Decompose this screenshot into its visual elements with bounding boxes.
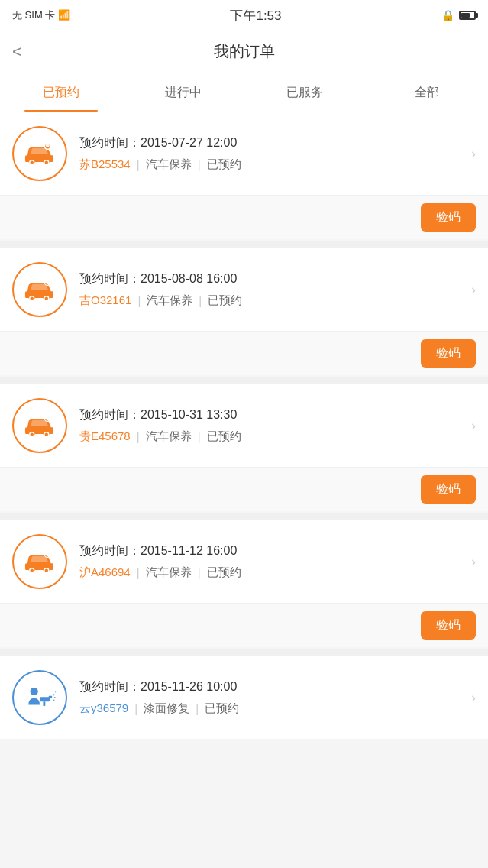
verify-button-2[interactable]: 验码 [421, 339, 476, 368]
order-info-5: 预约时间：2015-11-26 10:00 云y36579 | 漆面修复 | 已… [79, 679, 476, 716]
order-status-5: 已预约 [205, 701, 239, 716]
page-title: 我的订单 [214, 41, 275, 62]
order-time-1: 预约时间：2015-07-27 12:00 [79, 135, 476, 151]
svg-line-25 [50, 556, 53, 559]
order-status-4: 已预约 [207, 565, 241, 580]
order-time-3: 预约时间：2015-10-31 13:30 [79, 407, 476, 423]
order-icon-3 [12, 398, 67, 453]
battery-icon [459, 11, 476, 20]
tab-inprogress[interactable]: 进行中 [122, 73, 244, 112]
svg-point-3 [45, 161, 48, 164]
tab-booked[interactable]: 已预约 [0, 73, 122, 112]
order-plate-3: 贵E45678 [79, 429, 131, 444]
order-block-3: 预约时间：2015-10-31 13:30 贵E45678 | 汽车保养 | 已… [0, 384, 488, 511]
svg-point-26 [31, 688, 38, 695]
order-service-4: 汽车保养 [146, 565, 192, 580]
back-button[interactable]: < [12, 42, 22, 62]
divider-4 [0, 649, 488, 656]
svg-point-32 [53, 700, 54, 701]
order-icon-5 [12, 670, 67, 725]
verify-row-1: 验码 [0, 195, 488, 239]
order-service-3: 汽车保养 [146, 429, 192, 444]
order-service-1: 汽车保养 [146, 157, 192, 172]
svg-point-11 [45, 297, 48, 300]
order-item-2[interactable]: 预约时间：2015-08-08 16:00 吉O32161 | 汽车保养 | 已… [0, 248, 488, 331]
order-status-2: 已预约 [208, 293, 242, 308]
svg-line-19 [50, 420, 53, 423]
lock-icon: 🔒 [441, 9, 454, 21]
order-time-4: 预约时间：2015-11-12 16:00 [79, 543, 476, 559]
order-icon-2 [12, 262, 67, 317]
nav-bar: < 我的订单 [0, 31, 488, 73]
order-meta-5: 云y36579 | 漆面修复 | 已预约 [79, 701, 476, 716]
verify-button-1[interactable]: 验码 [421, 203, 476, 232]
order-icon-4 [12, 534, 67, 589]
chevron-icon-3: › [471, 418, 476, 434]
svg-point-33 [55, 691, 56, 692]
svg-line-13 [50, 284, 53, 287]
svg-line-6 [50, 148, 53, 151]
order-plate-5: 云y36579 [79, 701, 128, 716]
order-meta-3: 贵E45678 | 汽车保养 | 已预约 [79, 429, 476, 444]
chevron-icon-2: › [471, 282, 476, 298]
divider-3 [0, 513, 488, 520]
tab-bar: 已预约 进行中 已服务 全部 [0, 73, 488, 112]
order-list: 预约时间：2015-07-27 12:00 苏B25534 | 汽车保养 | 已… [0, 112, 488, 739]
svg-point-30 [53, 694, 54, 695]
order-meta-1: 苏B25534 | 汽车保养 | 已预约 [79, 157, 476, 172]
verify-row-4: 验码 [0, 603, 488, 647]
chevron-icon-1: › [471, 146, 476, 162]
verify-button-4[interactable]: 验码 [421, 611, 476, 640]
order-info-2: 预约时间：2015-08-08 16:00 吉O32161 | 汽车保养 | 已… [79, 271, 476, 308]
order-status-1: 已预约 [207, 157, 241, 172]
svg-point-15 [31, 433, 34, 436]
chevron-icon-4: › [471, 554, 476, 570]
order-service-2: 汽车保养 [147, 293, 192, 308]
order-plate-2: 吉O32161 [79, 293, 131, 308]
order-block-5: 预约时间：2015-11-26 10:00 云y36579 | 漆面修复 | 已… [0, 656, 488, 739]
svg-rect-29 [49, 696, 52, 698]
verify-row-2: 验码 [0, 331, 488, 375]
svg-point-21 [31, 569, 34, 572]
order-service-5: 漆面修复 [144, 701, 189, 716]
order-icon-1 [12, 126, 67, 181]
svg-point-23 [45, 569, 48, 572]
status-bar: 无 SIM 卡 📶 下午1:53 🔒 [0, 0, 488, 31]
order-plate-1: 苏B25534 [79, 157, 131, 172]
verify-button-3[interactable]: 验码 [421, 475, 476, 504]
order-plate-4: 沪A46694 [79, 565, 131, 580]
tab-all[interactable]: 全部 [366, 73, 488, 112]
status-right: 🔒 [441, 9, 476, 21]
svg-rect-27 [40, 697, 50, 701]
order-info-1: 预约时间：2015-07-27 12:00 苏B25534 | 汽车保养 | 已… [79, 135, 476, 172]
status-signal: 无 SIM 卡 📶 [12, 8, 70, 22]
svg-point-1 [31, 161, 34, 164]
svg-point-9 [31, 297, 34, 300]
status-time: 下午1:53 [230, 7, 281, 24]
order-info-3: 预约时间：2015-10-31 13:30 贵E45678 | 汽车保养 | 已… [79, 407, 476, 444]
svg-point-17 [45, 433, 48, 436]
order-item-4[interactable]: 预约时间：2015-11-12 16:00 沪A46694 | 汽车保养 | 已… [0, 520, 488, 603]
order-meta-4: 沪A46694 | 汽车保养 | 已预约 [79, 565, 476, 580]
order-status-3: 已预约 [207, 429, 241, 444]
divider-1 [0, 241, 488, 248]
order-item-1[interactable]: 预约时间：2015-07-27 12:00 苏B25534 | 汽车保养 | 已… [0, 112, 488, 195]
order-block-2: 预约时间：2015-08-08 16:00 吉O32161 | 汽车保养 | 已… [0, 248, 488, 375]
svg-rect-28 [43, 701, 45, 706]
order-time-2: 预约时间：2015-08-08 16:00 [79, 271, 476, 287]
order-item-5[interactable]: 预约时间：2015-11-26 10:00 云y36579 | 漆面修复 | 已… [0, 656, 488, 739]
order-info-4: 预约时间：2015-11-12 16:00 沪A46694 | 汽车保养 | 已… [79, 543, 476, 580]
verify-row-3: 验码 [0, 467, 488, 511]
divider-2 [0, 377, 488, 384]
order-block-1: 预约时间：2015-07-27 12:00 苏B25534 | 汽车保养 | 已… [0, 112, 488, 239]
order-block-4: 预约时间：2015-11-12 16:00 沪A46694 | 汽车保养 | 已… [0, 520, 488, 647]
order-meta-2: 吉O32161 | 汽车保养 | 已预约 [79, 293, 476, 308]
tab-served[interactable]: 已服务 [244, 73, 367, 112]
svg-point-31 [54, 697, 56, 698]
chevron-icon-5: › [471, 690, 476, 706]
order-time-5: 预约时间：2015-11-26 10:00 [79, 679, 476, 695]
order-item-3[interactable]: 预约时间：2015-10-31 13:30 贵E45678 | 汽车保养 | 已… [0, 384, 488, 467]
